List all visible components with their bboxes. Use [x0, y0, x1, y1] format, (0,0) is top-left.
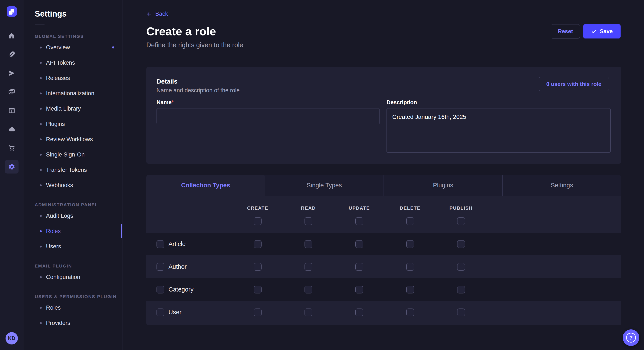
bullet-icon — [40, 215, 42, 217]
select-all-read-checkbox[interactable] — [304, 217, 312, 225]
user-create-checkbox[interactable] — [254, 309, 262, 316]
category-row-checkbox[interactable] — [156, 286, 164, 293]
nav-rail: KD — [0, 0, 24, 350]
back-link[interactable]: Back — [146, 11, 168, 17]
section-email-plugin: EMAIL PLUGIN — [35, 263, 122, 269]
page-subtitle: Define the rights given to the role — [146, 41, 243, 49]
strapi-logo[interactable] — [6, 6, 17, 16]
sidebar-item-label: Providers — [46, 320, 70, 326]
table-row-author: Author — [146, 255, 621, 278]
sidebar-item-review-workflows[interactable]: Review Workflows — [24, 132, 122, 147]
media-library-icon[interactable] — [5, 85, 18, 99]
content-builder-feather-icon[interactable] — [5, 48, 18, 61]
deploy-paper-plane-icon[interactable] — [5, 66, 18, 80]
sidebar-item-api-tokens[interactable]: API Tokens — [24, 55, 122, 70]
bullet-icon — [40, 276, 42, 278]
home-icon[interactable] — [5, 29, 18, 42]
users-with-role-button[interactable]: 0 users with this role — [539, 77, 609, 91]
settings-gear-icon[interactable] — [5, 160, 18, 174]
sidebar-item-label: Overview — [46, 44, 70, 51]
author-row-checkbox[interactable] — [156, 263, 164, 271]
article-update-checkbox[interactable] — [356, 240, 363, 248]
bullet-icon — [40, 77, 42, 79]
sidebar-item-label: Configuration — [46, 274, 80, 280]
sidebar-item-plugins[interactable]: Plugins — [24, 116, 122, 132]
sidebar-item-label: Transfer Tokens — [46, 167, 87, 173]
row-label: Article — [168, 233, 186, 255]
article-row-checkbox[interactable] — [156, 240, 164, 248]
help-button[interactable]: ? — [623, 329, 639, 346]
sidebar-item-label: Users — [46, 243, 61, 250]
sidebar-item-configuration[interactable]: Configuration — [24, 269, 122, 285]
description-textarea[interactable]: Created January 16th, 2025 — [386, 108, 610, 153]
article-read-checkbox[interactable] — [304, 240, 312, 248]
section-global-settings: GLOBAL SETTINGS — [35, 34, 122, 39]
tab-collection-types[interactable]: Collection Types — [146, 175, 265, 196]
user-read-checkbox[interactable] — [304, 309, 312, 316]
bullet-icon — [40, 246, 42, 247]
bullet-icon — [40, 307, 42, 309]
bullet-icon — [40, 154, 42, 156]
section-users-permissions-plugin: USERS & PERMISSIONS PLUGIN — [35, 294, 122, 299]
sidebar-item-label: Single Sign-On — [46, 151, 85, 158]
strapi-logo-icon — [8, 8, 15, 15]
select-all-update-checkbox[interactable] — [356, 217, 363, 225]
category-update-checkbox[interactable] — [356, 286, 363, 293]
category-read-checkbox[interactable] — [304, 286, 312, 293]
article-publish-checkbox[interactable] — [457, 240, 465, 248]
sidebar-item-label: API Tokens — [46, 59, 75, 66]
marketplace-cart-icon[interactable] — [5, 141, 18, 155]
cloud-icon[interactable] — [5, 123, 18, 136]
user-row-checkbox[interactable] — [156, 309, 164, 316]
category-create-checkbox[interactable] — [254, 286, 262, 293]
sidebar-item-label: Internationalization — [46, 90, 94, 97]
check-icon — [591, 29, 597, 34]
author-delete-checkbox[interactable] — [406, 263, 414, 271]
save-button[interactable]: Save — [583, 24, 620, 38]
select-all-delete-checkbox[interactable] — [406, 217, 414, 225]
sidebar-item-audit-logs[interactable]: Audit Logs — [24, 208, 122, 223]
user-update-checkbox[interactable] — [356, 309, 363, 316]
sidebar-item-webhooks[interactable]: Webhooks — [24, 177, 122, 193]
sidebar-item-single-sign-on[interactable]: Single Sign-On — [24, 147, 122, 162]
sidebar-item-label: Media Library — [46, 105, 81, 112]
category-publish-checkbox[interactable] — [457, 286, 465, 293]
author-create-checkbox[interactable] — [254, 263, 262, 271]
article-delete-checkbox[interactable] — [406, 240, 414, 248]
sidebar-item-label: Review Workflows — [46, 136, 93, 143]
sidebar-title-divider — [35, 24, 44, 24]
save-label: Save — [600, 28, 613, 35]
author-read-checkbox[interactable] — [304, 263, 312, 271]
author-update-checkbox[interactable] — [356, 263, 363, 271]
user-publish-checkbox[interactable] — [457, 309, 465, 316]
sidebar-item-overview[interactable]: Overview — [24, 40, 122, 55]
sidebar-item-releases[interactable]: Releases — [24, 70, 122, 86]
column-publish: PUBLISH — [440, 205, 482, 211]
sidebar-item-roles-up[interactable]: Roles — [24, 300, 122, 315]
tab-settings[interactable]: Settings — [502, 175, 621, 196]
name-label: Name* — [156, 99, 174, 106]
tab-single-types[interactable]: Single Types — [265, 175, 384, 196]
page-title: Create a role — [146, 25, 216, 38]
user-avatar[interactable]: KD — [6, 332, 18, 345]
sidebar-item-media-library[interactable]: Media Library — [24, 101, 122, 116]
bullet-icon — [40, 230, 42, 232]
content-manager-layout-icon[interactable] — [5, 104, 18, 117]
bullet-icon — [40, 322, 42, 324]
select-all-publish-checkbox[interactable] — [457, 217, 465, 225]
sidebar-item-users[interactable]: Users — [24, 239, 122, 254]
required-asterisk: * — [172, 99, 174, 105]
permissions-card: Collection Types Single Types Plugins Se… — [146, 175, 621, 325]
sidebar-item-roles-admin[interactable]: Roles — [24, 223, 122, 239]
sidebar-item-transfer-tokens[interactable]: Transfer Tokens — [24, 162, 122, 177]
reset-button[interactable]: Reset — [551, 24, 580, 38]
tab-plugins[interactable]: Plugins — [384, 175, 502, 196]
user-delete-checkbox[interactable] — [406, 309, 414, 316]
author-publish-checkbox[interactable] — [457, 263, 465, 271]
sidebar-item-providers[interactable]: Providers — [24, 315, 122, 331]
sidebar-item-internationalization[interactable]: Internationalization — [24, 86, 122, 101]
article-create-checkbox[interactable] — [254, 240, 262, 248]
select-all-create-checkbox[interactable] — [254, 217, 262, 225]
category-delete-checkbox[interactable] — [406, 286, 414, 293]
name-input[interactable] — [156, 108, 380, 124]
